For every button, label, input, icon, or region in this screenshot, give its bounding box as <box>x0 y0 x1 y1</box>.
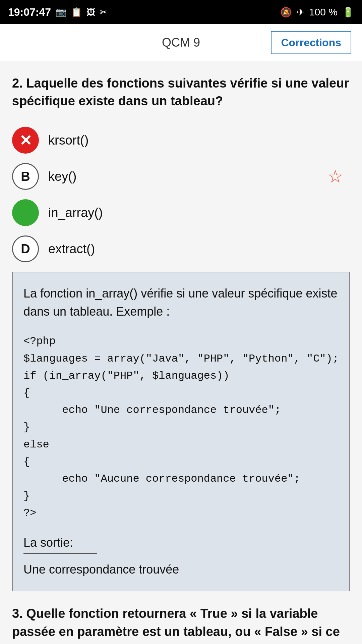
app-bar-title-container: QCM 9 <box>162 36 200 50</box>
status-left: 19:07:47 📷 📋 🖼 ✂ <box>8 6 107 18</box>
app-bar-title: QCM 9 <box>162 36 200 50</box>
clip-icon: ✂ <box>100 7 107 17</box>
sortie-underline <box>23 553 97 554</box>
question-3-text: 3. Quelle fonction retournera « True » s… <box>12 605 350 644</box>
battery-icon: 🔋 <box>342 7 354 18</box>
option-b[interactable]: B key() ☆ <box>12 163 350 190</box>
app-bar: QCM 9 Corrections <box>0 24 362 61</box>
corrections-button[interactable]: Corrections <box>271 31 351 54</box>
status-time: 19:07:47 <box>8 6 51 18</box>
question-3-number: 3. <box>12 606 23 621</box>
question-2-text: 2. Laquelle des fonctions suivantes véri… <box>12 74 350 110</box>
option-b-circle: B <box>12 163 39 190</box>
image-icon: 🖼 <box>86 7 95 17</box>
status-bar: 19:07:47 📷 📋 🖼 ✂ 🔕 ✈ 100 % 🔋 <box>0 0 362 24</box>
data-icon: 📋 <box>71 7 82 17</box>
code-block: <?php $languages = array("Java", "PHP", … <box>23 333 339 522</box>
question-2-number: 2. <box>12 76 23 90</box>
status-right: 🔕 ✈ 100 % 🔋 <box>280 6 354 18</box>
question-2-body: Laquelle des fonctions suivantes vérifie… <box>12 76 349 108</box>
question-3-body: Quelle fonction retournera « True » si l… <box>12 606 340 644</box>
option-a-label: krsort() <box>48 133 88 148</box>
bell-icon: 🔕 <box>280 7 292 18</box>
battery-percent: 100 % <box>309 6 338 18</box>
explanation-box: La fonction in_array() vérifie si une va… <box>12 272 350 591</box>
star-icon[interactable]: ☆ <box>327 166 343 186</box>
option-d-letter: D <box>21 242 30 256</box>
option-d-circle: D <box>12 235 39 262</box>
option-b-label: key() <box>48 169 76 184</box>
option-c-circle <box>12 199 39 226</box>
option-a[interactable]: krsort() <box>12 127 350 154</box>
explanation-intro: La fonction in_array() vérifie si une va… <box>23 284 339 321</box>
option-a-circle <box>12 127 39 154</box>
option-d-label: extract() <box>48 242 95 256</box>
sortie-value: Une correspondance trouvée <box>23 560 339 579</box>
option-d[interactable]: D extract() <box>12 235 350 262</box>
main-content: 2. Laquelle des fonctions suivantes véri… <box>0 61 362 644</box>
option-c[interactable]: in_array() <box>12 199 350 226</box>
option-c-label: in_array() <box>48 206 103 220</box>
option-b-letter: B <box>21 169 30 184</box>
sim-icon: 📷 <box>56 7 66 17</box>
sortie-label: La sortie: <box>23 534 339 552</box>
airplane-icon: ✈ <box>297 7 304 18</box>
